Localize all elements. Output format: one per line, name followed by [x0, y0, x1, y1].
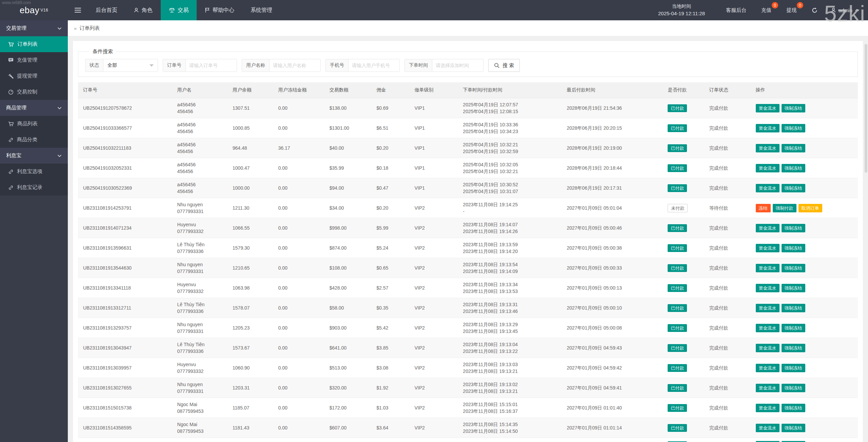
- sidebar-item[interactable]: 订单列表: [0, 36, 68, 52]
- status-select[interactable]: 全部: [103, 59, 158, 71]
- breadcrumb: » 订单列表: [68, 20, 868, 36]
- nav-item-system[interactable]: 系统管理: [242, 0, 280, 20]
- cell-frozen-amount: 0.00: [273, 418, 324, 438]
- force-freeze-button[interactable]: 强制冻结: [782, 124, 805, 132]
- column-header: 下单时间/付款时间: [458, 82, 561, 98]
- cell-trade-amount: $903.00: [324, 318, 372, 338]
- force-freeze-button[interactable]: 强制冻结: [782, 104, 805, 112]
- sidebar-item[interactable]: 商品列表: [0, 116, 68, 132]
- cell-order-id: UB2311081913341118: [78, 278, 172, 298]
- force-freeze-button[interactable]: 强制冻结: [782, 404, 805, 412]
- cell-commission: $3.64: [371, 418, 409, 438]
- fund-flow-button[interactable]: 资金流水: [756, 384, 780, 392]
- local-time: 当地时间 2025-04-19 12:11:28: [658, 3, 705, 18]
- force-freeze-button[interactable]: 强制冻结: [782, 184, 805, 192]
- refresh-button[interactable]: [804, 0, 825, 20]
- sidebar-group-2[interactable]: 利息宝: [0, 148, 68, 164]
- force-freeze-button[interactable]: 强制冻结: [782, 304, 805, 312]
- force-freeze-button[interactable]: 强制冻结: [782, 344, 805, 352]
- customer-service-link[interactable]: 客服后台: [718, 0, 754, 20]
- fund-flow-button[interactable]: 资金流水: [756, 164, 780, 172]
- sidebar-item[interactable]: 利息宝选项: [0, 164, 68, 180]
- vertical-scrollbar[interactable]: [865, 44, 867, 173]
- cell-balance: 1203.31: [228, 378, 273, 398]
- sidebar-toggle-button[interactable]: [68, 0, 87, 20]
- sidebar-item[interactable]: 商品分类: [0, 132, 68, 148]
- fund-flow-button[interactable]: 资金流水: [756, 244, 780, 252]
- cell-frozen-amount: 0.00: [273, 358, 324, 378]
- fund-flow-button[interactable]: 资金流水: [756, 124, 780, 132]
- fund-flow-button[interactable]: 资金流水: [756, 284, 780, 292]
- fund-flow-button[interactable]: 资金流水: [756, 304, 780, 312]
- fund-flow-button[interactable]: 资金流水: [756, 324, 780, 332]
- paid-badge: 已付款: [668, 224, 687, 232]
- orders-table: 订单号用户名用户余额用户冻结金额交易数额佣金做单级别下单时间/付款时间最后付款时…: [78, 82, 858, 442]
- cell-trade-amount: [324, 438, 372, 442]
- nav-item-dashboard[interactable]: 后台首页: [87, 0, 125, 20]
- hamburger-icon: [75, 6, 81, 14]
- cell-balance: 964.48: [228, 138, 273, 158]
- search-button[interactable]: 搜 索: [488, 59, 520, 72]
- cell-user: a456456456456: [172, 118, 228, 138]
- sidebar-item[interactable]: 交易控制: [0, 84, 68, 100]
- column-header: 订单号: [78, 82, 172, 98]
- force-freeze-button[interactable]: 强制冻结: [782, 364, 805, 372]
- force-freeze-button[interactable]: 强制冻结: [782, 284, 805, 292]
- cell-trade-amount: $513.00: [324, 358, 372, 378]
- force-freeze-button[interactable]: 强制冻结: [782, 144, 805, 152]
- cell-actions: 资金流水强制冻结: [751, 438, 858, 442]
- nav-item-help[interactable]: 帮助中心: [197, 0, 242, 20]
- sidebar: 交易管理订单列表充值管理提现管理交易控制商品管理商品列表商品分类利息宝利息宝选项…: [0, 20, 68, 442]
- cell-order-pay-time: 2023年11月08日 19:13:592023年11月08日 19:14:20: [458, 238, 561, 258]
- cell-actions: 资金流水强制冻结: [751, 138, 858, 158]
- fund-flow-button[interactable]: 资金流水: [756, 144, 780, 152]
- force-freeze-button[interactable]: 强制冻结: [782, 384, 805, 392]
- order-time-input[interactable]: [432, 59, 483, 71]
- cell-balance: 1211.30: [228, 198, 273, 218]
- table-row: UB2311081913043947Lê Thùy Tiên0777993336…: [78, 338, 858, 358]
- force-freeze-button[interactable]: 强制冻结: [782, 224, 805, 232]
- cell-level: VIP2: [410, 218, 458, 238]
- sidebar-item[interactable]: 利息宝记录: [0, 180, 68, 195]
- phone-input[interactable]: [349, 59, 399, 71]
- fund-flow-button[interactable]: 资金流水: [756, 404, 780, 412]
- withdraw-link[interactable]: 提现 0: [779, 0, 804, 20]
- sidebar-item-label: 交易控制: [17, 89, 37, 95]
- force-freeze-button[interactable]: 强制冻结: [782, 264, 805, 272]
- fund-flow-button[interactable]: 资金流水: [756, 184, 780, 192]
- status-filter: 状态 全部: [85, 59, 158, 72]
- sidebar-item[interactable]: 提现管理: [0, 68, 68, 84]
- chevron-up-icon: [855, 9, 859, 12]
- recharge-link[interactable]: 充值 0: [754, 0, 779, 20]
- cell-last-pay-time: 2027年01月09日 05:00:10: [561, 298, 663, 318]
- sidebar-group-0[interactable]: 交易管理: [0, 20, 68, 36]
- fund-flow-button[interactable]: 资金流水: [756, 364, 780, 372]
- nav-item-roles[interactable]: 角色: [125, 0, 161, 20]
- force-freeze-button[interactable]: 强制冻结: [782, 424, 805, 432]
- chevron-down-icon: [57, 107, 62, 109]
- nav-item-trade[interactable]: 交易: [161, 0, 197, 20]
- fund-flow-button[interactable]: 资金流水: [756, 424, 780, 432]
- cell-frozen-amount: 0.00: [273, 318, 324, 338]
- fund-flow-button[interactable]: 资金流水: [756, 344, 780, 352]
- force-freeze-button[interactable]: 强制冻结: [782, 244, 805, 252]
- force-pay-button[interactable]: 强制付款: [773, 204, 796, 212]
- cell-paid: 已付款: [663, 318, 704, 338]
- fund-flow-button[interactable]: 资金流水: [756, 264, 780, 272]
- admin-menu[interactable]: admin: [825, 7, 868, 13]
- username-input[interactable]: [270, 59, 320, 71]
- freeze-button[interactable]: 冻结: [756, 204, 771, 212]
- sidebar-group-1[interactable]: 商品管理: [0, 100, 68, 116]
- fund-flow-button[interactable]: 资金流水: [756, 104, 780, 112]
- order-time-filter: 下单时间: [405, 59, 484, 72]
- cancel-order-button[interactable]: 取消订单: [798, 204, 822, 212]
- fund-flow-button[interactable]: 资金流水: [756, 224, 780, 232]
- cell-last-pay-time: 2028年06月19日 20:19:00: [561, 138, 663, 158]
- force-freeze-button[interactable]: 强制冻结: [782, 324, 805, 332]
- cell-frozen-amount: 0.00: [273, 158, 324, 178]
- cell-user: Nhu nguyen0777993331: [172, 198, 228, 218]
- sidebar-item[interactable]: 充值管理: [0, 52, 68, 68]
- cell-frozen-amount: 36.17: [273, 138, 324, 158]
- force-freeze-button[interactable]: 强制冻结: [782, 164, 805, 172]
- order-no-input[interactable]: [186, 59, 237, 71]
